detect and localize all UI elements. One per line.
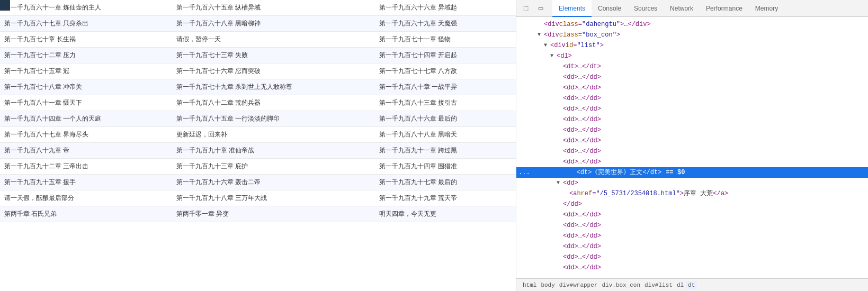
- table-cell[interactable]: 第一千九百八十三章 接引古: [375, 95, 516, 111]
- tab-network[interactable]: Network: [664, 0, 700, 17]
- dom-line[interactable]: ▶ <dd>…</dd>: [516, 72, 868, 83]
- table-cell[interactable]: 第一千九百八十一章 慑天下: [0, 95, 172, 111]
- breadcrumb-wrapper[interactable]: div#wrapper: [557, 281, 600, 289]
- table-cell[interactable]: 第一千九百八十九章 帝: [0, 143, 172, 159]
- table-cell[interactable]: 第一千九百九十章 准仙帝战: [172, 143, 375, 159]
- dom-line[interactable]: ▶ <dd>…</dd>: [516, 125, 868, 135]
- table-row[interactable]: 第一千九百七十二章 压力第一千九百七十三章 失败第一千九百七十四章 开启起: [0, 48, 516, 63]
- dom-line[interactable]: <div id="list">: [516, 40, 868, 51]
- dom-line[interactable]: ▶ <dd>…</dd>: [516, 220, 868, 231]
- table-cell[interactable]: 请一天假，酝酿最后部分: [0, 190, 172, 206]
- table-row[interactable]: 第一千九百八十九章 帝第一千九百九十章 准仙帝战第一千九百九十一章 跨过黑: [0, 143, 516, 159]
- breadcrumb-list[interactable]: div#list: [642, 281, 675, 289]
- table-cell[interactable]: 第一千九百七十九章 杀到世上无人敢称尊: [172, 79, 375, 95]
- table-row[interactable]: 请一天假，酝酿最后部分第一千九百九十八章 三万年大战第一千九百九十九章 荒天帝: [0, 190, 516, 206]
- triangle-icon[interactable]: [544, 41, 550, 50]
- table-cell[interactable]: 请假，暂停一天: [172, 32, 375, 48]
- dom-line[interactable]: ▶ <dd>…</dd>: [516, 135, 868, 146]
- breadcrumb-dt[interactable]: dt: [686, 281, 697, 289]
- table-cell[interactable]: 第一千九百九十六章 轰击二帝: [172, 175, 375, 190]
- table-row[interactable]: 第一千九百七十五章 冠第一千九百七十六章 忍而突破第一千九百七十七章 八方敌: [0, 63, 516, 79]
- table-cell[interactable]: 第一千九百八十章 一战平异: [375, 79, 516, 95]
- inspect-icon[interactable]: ⬚: [518, 1, 533, 16]
- dom-line[interactable]: ▶ </dd>: [516, 199, 868, 210]
- tab-sources[interactable]: Sources: [628, 0, 664, 17]
- table-cell[interactable]: 第一千九百七十五章 冠: [0, 63, 172, 79]
- dom-line[interactable]: ▶ <dd>…</dd>: [516, 210, 868, 220]
- content-panel[interactable]: 第一千九百六十一章 炼仙壶的主人第一千九百六十五章 纵槽异域第一千九百六十六章 …: [0, 0, 516, 291]
- breadcrumb-dl[interactable]: dl: [675, 281, 686, 289]
- table-cell[interactable]: 第一千九百八十四章 一个人的天庭: [0, 111, 172, 127]
- table-cell[interactable]: 第一千九百六十九章 天魔强: [375, 16, 516, 32]
- dom-line[interactable]: ▶ <dd>…</dd>: [516, 262, 868, 273]
- table-cell[interactable]: 明天四章，今天无更: [375, 206, 516, 222]
- table-cell[interactable]: 第一千九百七十章 长生祸: [0, 32, 172, 48]
- triangle-icon[interactable]: [550, 51, 557, 61]
- table-cell[interactable]: 第一千九百八十六章 最后的: [375, 111, 516, 127]
- dom-line[interactable]: ▶ <dd>…</dd>: [516, 241, 868, 252]
- table-cell[interactable]: 第一千九百六十六章 异域起: [375, 0, 516, 16]
- device-icon[interactable]: ▭: [533, 1, 548, 16]
- table-cell[interactable]: 第一千九百八十二章 荒的兵器: [172, 95, 375, 111]
- table-cell[interactable]: 第一千九百九十三章 庇护: [172, 159, 375, 175]
- dom-line[interactable]: ▶ <dd>…</dd>: [516, 104, 868, 114]
- triangle-icon[interactable]: [557, 178, 563, 188]
- table-row[interactable]: 第一千九百九十五章 援手第一千九百九十六章 轰击二帝第一千九百九十七章 最后的: [0, 175, 516, 190]
- table-cell[interactable]: 第一千九百九十五章 援手: [0, 175, 172, 190]
- breadcrumb-body[interactable]: body: [539, 281, 557, 289]
- table-cell[interactable]: 第一千九百六十五章 纵槽异域: [172, 0, 375, 16]
- dom-line[interactable]: <dl>: [516, 51, 868, 61]
- breadcrumb-box-con[interactable]: div.box_con: [599, 281, 642, 289]
- triangle-icon[interactable]: [538, 30, 544, 40]
- dom-line[interactable]: ▶ <div class="dahengtu">…</div>: [516, 19, 868, 30]
- table-cell[interactable]: 第一千九百七十三章 失败: [172, 48, 375, 63]
- dom-line[interactable]: <dd>: [516, 178, 868, 188]
- table-row[interactable]: 第一千九百八十四章 一个人的天庭第一千九百八十五章 一行淡淡的脚印第一千九百八十…: [0, 111, 516, 127]
- table-cell[interactable]: 第一千九百八十七章 界海尽头: [0, 127, 172, 143]
- tab-elements[interactable]: Elements: [552, 0, 592, 17]
- table-cell[interactable]: 第一千九百七十八章 冲帝关: [0, 79, 172, 95]
- breadcrumb-html[interactable]: html: [521, 281, 539, 289]
- table-row[interactable]: 第一千九百六十一章 炼仙壶的主人第一千九百六十五章 纵槽异域第一千九百六十六章 …: [0, 0, 516, 16]
- table-cell[interactable]: 第一千九百九十二章 三帝出击: [0, 159, 172, 175]
- table-cell[interactable]: 第一千九百七十六章 忍而突破: [172, 63, 375, 79]
- table-cell[interactable]: 第一千九百八十八章 黑暗天: [375, 127, 516, 143]
- dom-line[interactable]: ▶ <dd>…</dd>: [516, 157, 868, 167]
- dom-line[interactable]: ▶ <dt>…</dt>: [516, 61, 868, 72]
- table-row[interactable]: 第一千九百八十一章 慑天下第一千九百八十二章 荒的兵器第一千九百八十三章 接引古: [0, 95, 516, 111]
- dom-selected-line[interactable]: ... ▶ <dt>《完美世界》正文</dt> == $0: [516, 167, 868, 178]
- tab-performance[interactable]: Performance: [700, 0, 749, 17]
- table-cell[interactable]: 更新延迟，回来补: [172, 127, 375, 143]
- table-cell[interactable]: 第一千九百九十四章 围猎准: [375, 159, 516, 175]
- table-cell[interactable]: 第一千九百七十七章 八方敌: [375, 63, 516, 79]
- table-cell[interactable]: 第两千章 石氏兄弟: [0, 206, 172, 222]
- dom-line[interactable]: ▶ <a href="/5_5731/2354018.html">序章 大荒</…: [516, 188, 868, 199]
- table-cell[interactable]: 第一千九百七十二章 压力: [0, 48, 172, 63]
- table-cell[interactable]: 第一千九百七十四章 开启起: [375, 48, 516, 63]
- dom-line[interactable]: ▶ <dd>…</dd>: [516, 252, 868, 262]
- dom-tree-container[interactable]: ▶ <div class="dahengtu">…</div> <div cla…: [516, 17, 868, 278]
- table-row[interactable]: 第一千九百九十二章 三帝出击第一千九百九十三章 庇护第一千九百九十四章 围猎准: [0, 159, 516, 175]
- table-row[interactable]: 第一千九百六十七章 只身杀出第一千九百六十八章 黑暗柳神第一千九百六十九章 天魔…: [0, 16, 516, 32]
- dom-line[interactable]: ▶ <dd>…</dd>: [516, 114, 868, 125]
- tab-console[interactable]: Console: [592, 0, 628, 17]
- table-row[interactable]: 第一千九百八十七章 界海尽头更新延迟，回来补第一千九百八十八章 黑暗天: [0, 127, 516, 143]
- tab-memory[interactable]: Memory: [749, 0, 784, 17]
- table-cell[interactable]: 第一千九百七十一章 怪物: [375, 32, 516, 48]
- dom-line[interactable]: <div class="box_con">: [516, 30, 868, 40]
- table-cell[interactable]: 第两千零一章 异变: [172, 206, 375, 222]
- table-cell[interactable]: 第一千九百六十七章 只身杀出: [0, 16, 172, 32]
- dom-line[interactable]: ▶ <dd>…</dd>: [516, 93, 868, 104]
- table-row[interactable]: 第两千章 石氏兄弟第两千零一章 异变明天四章，今天无更: [0, 206, 516, 222]
- table-cell[interactable]: 第一千九百八十五章 一行淡淡的脚印: [172, 111, 375, 127]
- dom-line[interactable]: ▶ <dd>…</dd>: [516, 231, 868, 241]
- table-cell[interactable]: 第一千九百九十八章 三万年大战: [172, 190, 375, 206]
- table-cell[interactable]: 第一千九百六十一章 炼仙壶的主人: [0, 0, 172, 16]
- table-row[interactable]: 第一千九百七十八章 冲帝关第一千九百七十九章 杀到世上无人敢称尊第一千九百八十章…: [0, 79, 516, 95]
- table-cell[interactable]: 第一千九百九十九章 荒天帝: [375, 190, 516, 206]
- table-cell[interactable]: 第一千九百九十七章 最后的: [375, 175, 516, 190]
- table-row[interactable]: 第一千九百七十章 长生祸请假，暂停一天第一千九百七十一章 怪物: [0, 32, 516, 48]
- dom-line[interactable]: ▶ <dd>…</dd>: [516, 83, 868, 93]
- table-cell[interactable]: 第一千九百九十一章 跨过黑: [375, 143, 516, 159]
- table-cell[interactable]: 第一千九百六十八章 黑暗柳神: [172, 16, 375, 32]
